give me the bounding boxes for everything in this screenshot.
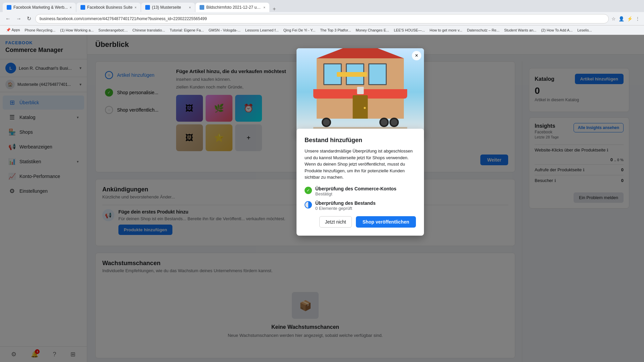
building <box>313 68 407 135</box>
bookmark-tutorial[interactable]: Tutorial: Eigene Fa... <box>168 27 206 33</box>
bookmark-working[interactable]: (1) How Working a... <box>58 27 96 33</box>
bestand-modal-title: Bestand hinzufügen <box>305 137 416 144</box>
door <box>353 95 368 119</box>
forward-button[interactable]: → <box>15 14 23 23</box>
bookmark-student[interactable]: Student Wants an... <box>502 27 538 33</box>
bookmark-add[interactable]: (2) How To Add A... <box>539 27 575 33</box>
refresh-button[interactable]: ↻ <box>25 14 33 23</box>
browser-tab-3[interactable]: (13) Musterseite × <box>141 3 195 12</box>
door-handle <box>364 107 366 109</box>
shop-illustration <box>297 48 424 135</box>
check-title-bestand: Überprüfung des Bestands <box>315 200 416 206</box>
building-body <box>317 58 404 119</box>
tab-title-1: Facebook Marketing & Werb... <box>13 5 68 10</box>
bookmark-lese[interactable]: Leselis... <box>575 27 594 33</box>
check-details-bestand: Überprüfung des Bestands 0 Elemente gepr… <box>315 200 416 211</box>
browser-tabs: Facebook Marketing & Werb... × Facebook … <box>0 0 644 12</box>
check-title-commerce: Überprüfung des Commerce-Kontos <box>315 186 416 191</box>
bookmark-sonder[interactable]: Sonderangebot:... <box>96 27 129 33</box>
bookmark-apps[interactable]: 📌 Apps <box>4 27 22 33</box>
bookmark-qing[interactable]: Qing Fei De Yi - Y... <box>281 27 318 33</box>
browser-toolbar: ← → ↻ ☆ 👤 ⚡ ⋮ <box>0 12 644 25</box>
tab-favicon-2 <box>80 5 85 10</box>
browser-actions: ☆ 👤 ⚡ ⋮ <box>611 16 640 21</box>
door-sign <box>357 87 364 94</box>
check-icon-commerce: ✓ <box>305 187 312 194</box>
tab-favicon-4 <box>200 5 204 10</box>
tab-close-3[interactable]: × <box>189 6 191 9</box>
bookmark-gmsn[interactable]: GMSN - Vologda-... <box>207 27 243 33</box>
tab-title-4: Bildschirmfoto 2021-12-27 um... <box>206 5 261 10</box>
bookmark-lee[interactable]: LEE'S HOUSE—... <box>392 27 427 33</box>
bookmark-more[interactable]: How to get more v... <box>428 27 465 33</box>
tab-title-2: Facebook Business Suite <box>87 5 132 10</box>
tab-title-3: (13) Musterseite <box>152 5 187 10</box>
bestand-modal: Bestand hinzufügen Unsere standardmäßige… <box>297 129 424 236</box>
back-button[interactable]: ← <box>4 14 12 23</box>
wheel-3 <box>389 118 399 127</box>
bookmark-chinese[interactable]: Chinese translatio... <box>130 27 167 33</box>
check-details-commerce: Überprüfung des Commerce-Kontos Bestätig… <box>315 186 416 196</box>
building-sign <box>337 72 367 77</box>
wheel-1 <box>322 118 331 127</box>
check-item-commerce: ✓ Überprüfung des Commerce-Kontos Bestät… <box>305 186 416 196</box>
bookmarks-bar: 📌 Apps Phone Recycling... (1) How Workin… <box>0 25 644 35</box>
check-item-bestand: Überprüfung des Bestands 0 Elemente gepr… <box>305 200 416 211</box>
check-sub-bestand: 0 Elemente geprüft <box>315 206 416 211</box>
tab-favicon-3 <box>145 5 150 10</box>
new-tab-button[interactable]: + <box>270 6 278 12</box>
menu-icon[interactable]: ⋮ <box>635 16 640 21</box>
shop-veroffentlichen-button[interactable]: Shop veröffentlichen <box>356 216 416 228</box>
profile-icon[interactable]: 👤 <box>619 16 624 21</box>
jetzt-nicht-button[interactable]: Jetzt nicht <box>319 216 352 228</box>
check-icon-bestand <box>305 201 312 208</box>
roof-triangle <box>317 48 404 58</box>
extensions-icon[interactable]: ⚡ <box>627 16 633 21</box>
tab-close-1[interactable]: × <box>70 6 72 9</box>
browser-chrome: Facebook Marketing & Werb... × Facebook … <box>0 0 644 35</box>
modal-actions: Jetzt nicht Shop veröffentlichen <box>305 216 416 228</box>
image-modal-close-button[interactable]: × <box>412 51 421 60</box>
image-modal: × <box>297 48 424 135</box>
bookmark-daten[interactable]: Datenschutz – Re... <box>465 27 501 33</box>
browser-tab-2[interactable]: Facebook Business Suite × <box>76 3 141 12</box>
address-bar[interactable] <box>35 14 609 23</box>
wheel-2 <box>379 118 389 127</box>
bookmark-lessons[interactable]: Lessons Learned f... <box>243 27 281 33</box>
modal-overlay: × <box>0 35 644 362</box>
bookmark-phone[interactable]: Phone Recycling... <box>23 27 58 33</box>
bookmark-icon[interactable]: ☆ <box>611 16 616 21</box>
window-3 <box>368 63 387 85</box>
tab-favicon-1 <box>7 5 11 10</box>
browser-tab-1[interactable]: Facebook Marketing & Werb... × <box>3 3 76 12</box>
check-sub-commerce: Bestätigt <box>315 191 416 196</box>
bestand-modal-desc: Unsere standardmäßige Überprüfung ist ab… <box>305 148 416 181</box>
bookmark-top3[interactable]: The Top 3 Platfor... <box>318 27 353 33</box>
tab-close-4[interactable]: × <box>263 6 265 9</box>
tab-close-2[interactable]: × <box>135 6 137 9</box>
browser-tab-4[interactable]: Bildschirmfoto 2021-12-27 um... × <box>196 3 269 12</box>
bookmark-money[interactable]: Money Changes E... <box>354 27 391 33</box>
